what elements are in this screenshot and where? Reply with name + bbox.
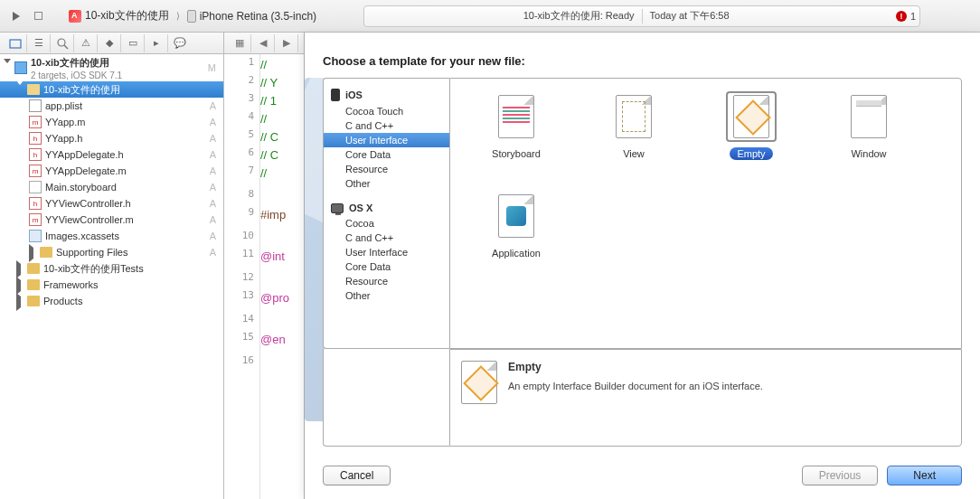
sb-file-icon [29, 181, 42, 193]
breakpoint-navigator-tab[interactable]: ▸ [145, 34, 168, 52]
symbol-navigator-tab[interactable]: ☰ [27, 34, 51, 52]
vcs-status: A [210, 117, 216, 127]
sidebar-file[interactable]: hYYAppDelegate.hA [0, 146, 223, 163]
vcs-status: A [210, 149, 216, 160]
code-line: @en [260, 331, 289, 349]
template-item[interactable]: Empty [693, 91, 810, 191]
code-line: // Y [260, 74, 289, 92]
sidebar-file[interactable]: app.plistA [0, 98, 223, 114]
find-navigator-tab[interactable] [51, 34, 74, 52]
activity-status: 10-xib文件的使用: Ready Today at 下午6:58 ! 1 [363, 5, 920, 27]
m-file-icon: m [29, 116, 42, 128]
sidebar-group[interactable]: 10-xib文件的使用Tests [0, 260, 223, 277]
issue-navigator-tab[interactable]: ⚠ [74, 34, 98, 52]
back-button[interactable]: ◀ [251, 34, 275, 52]
category-item[interactable]: C and C++ [324, 118, 449, 133]
group-label: Products [43, 296, 82, 306]
group-label: Frameworks [43, 279, 99, 290]
run-button[interactable] [5, 6, 27, 26]
h-file-icon: h [29, 148, 42, 161]
scheme-device[interactable]: iPhone Retina (3.5-inch) [184, 8, 320, 24]
line-number: 16 [224, 354, 259, 372]
category-item[interactable]: Resource [324, 274, 449, 288]
error-count: 1 [910, 11, 916, 22]
sidebar-file[interactable]: mYYViewController.mA [0, 212, 223, 228]
desc-body: An empty Interface Builder document for … [508, 381, 763, 391]
code-line: // [260, 110, 289, 128]
template-label: Window [843, 147, 893, 160]
previous-button[interactable]: Previous [802, 466, 879, 485]
template-item[interactable]: Application [457, 191, 575, 290]
sidebar-file[interactable]: hYYViewController.hA [0, 195, 223, 212]
code-line [260, 354, 289, 372]
category-item[interactable]: Other [324, 288, 449, 303]
forward-button[interactable]: ▶ [275, 34, 298, 52]
folder-icon [40, 247, 52, 258]
sidebar-file[interactable]: hYYapp.hA [0, 130, 223, 146]
sidebar-file[interactable]: mYYAppDelegate.mA [0, 163, 223, 179]
sidebar-file[interactable]: mYYapp.mA [0, 114, 223, 130]
sidebar-group[interactable]: 10-xib文件的使用 [0, 81, 223, 98]
code-line: #imp [260, 206, 289, 224]
disclosure-right-icon [16, 277, 21, 295]
status-left: 10-xib文件的使用: Ready [364, 9, 641, 23]
template-item[interactable]: View [575, 91, 693, 191]
log-navigator-tab[interactable]: 💬 [168, 34, 192, 52]
template-item[interactable]: Window [810, 91, 928, 191]
category-item[interactable]: Core Data [324, 147, 449, 162]
project-root[interactable]: 10-xib文件的使用 2 targets, iOS SDK 7.1 M [0, 54, 223, 81]
vcs-status: A [210, 214, 216, 225]
line-number: 7 [224, 165, 259, 183]
line-number: 5 [224, 128, 259, 146]
disclosure-down-icon [16, 80, 24, 96]
vcs-status: A [210, 231, 216, 241]
sidebar-file[interactable]: Main.storyboardA [0, 179, 223, 195]
test-navigator-tab[interactable]: ◆ [98, 34, 121, 52]
template-label: Empty [730, 147, 772, 160]
category-item[interactable]: Cocoa Touch [324, 104, 449, 118]
document-icon [851, 95, 887, 138]
sidebar-group[interactable]: Supporting Files A [0, 244, 223, 260]
plist-file-icon [29, 99, 42, 112]
next-button[interactable]: Next [887, 466, 962, 485]
sidebar-group[interactable]: Frameworks [0, 277, 223, 293]
code-line: // [260, 165, 289, 183]
template-preview-icon [461, 361, 497, 404]
template-icon-wrap [491, 91, 542, 142]
document-icon [616, 95, 652, 138]
scheme-project[interactable]: 10-xib文件的使用 [65, 6, 173, 25]
xcodeproj-icon [14, 61, 27, 74]
category-item[interactable]: User Interface [324, 245, 449, 259]
disclosure-right-icon [29, 244, 33, 262]
ios-section-header: iOS [324, 86, 449, 104]
osx-section-header: OS X [324, 200, 449, 216]
sidebar-group[interactable]: Products [0, 293, 223, 309]
vcs-status: A [210, 133, 216, 144]
project-navigator-tab[interactable] [4, 34, 27, 52]
category-item[interactable]: User Interface [324, 133, 449, 147]
code-line: // 1 [260, 92, 289, 110]
m-file-icon: m [29, 213, 42, 226]
category-item[interactable]: Resource [324, 162, 449, 176]
related-items-button[interactable]: ▦ [228, 34, 251, 52]
file-label: Main.storyboard [45, 182, 117, 193]
disclosure-right-icon [16, 293, 21, 311]
folder-icon [27, 84, 40, 95]
svg-line-2 [64, 45, 68, 49]
template-item[interactable]: Storyboard [457, 91, 575, 191]
error-badge-icon[interactable]: ! [896, 11, 907, 22]
cancel-button[interactable]: Cancel [323, 466, 391, 485]
line-number: 6 [224, 146, 259, 165]
app-icon [69, 10, 81, 23]
debug-navigator-tab[interactable]: ▭ [121, 34, 145, 52]
vcs-status: A [210, 247, 216, 258]
sidebar-file[interactable]: Images.xcassetsA [0, 228, 223, 244]
stop-button[interactable] [27, 6, 49, 26]
category-item[interactable]: Other [324, 176, 449, 191]
category-item[interactable]: Cocoa [324, 216, 449, 231]
scheme-breadcrumb[interactable]: 10-xib文件的使用 ⟩ iPhone Retina (3.5-inch) [65, 6, 320, 25]
iphone-icon [331, 89, 340, 101]
category-item[interactable]: Core Data [324, 259, 449, 274]
category-item[interactable]: C and C++ [324, 231, 449, 245]
template-icon-wrap [608, 91, 659, 142]
